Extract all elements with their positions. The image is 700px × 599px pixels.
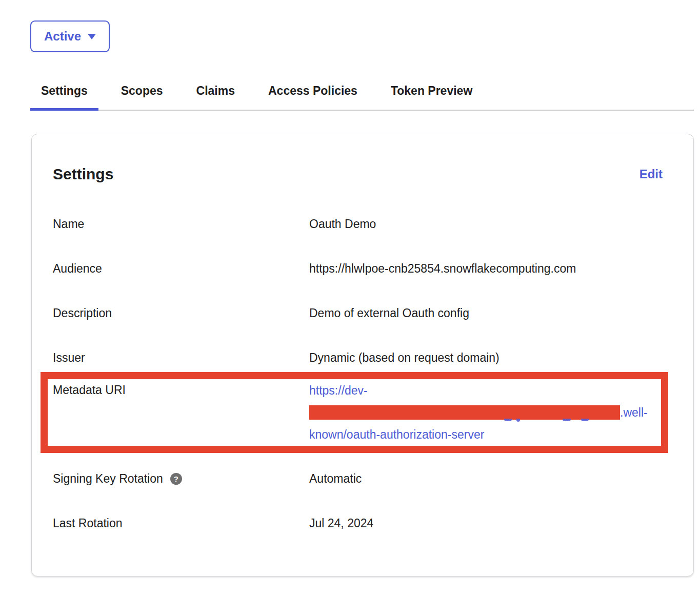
metadata-uri-link[interactable]: known/oauth-authorization-server: [309, 427, 484, 442]
tab-label: Settings: [41, 84, 88, 97]
redacted-text-descender: [581, 419, 589, 421]
row-label: Issuer: [53, 350, 309, 365]
settings-card: Settings Edit Name Oauth Demo Audience h…: [31, 134, 694, 576]
row-label: Signing Key Rotation ?: [53, 471, 309, 486]
redacted-text-descender: [516, 419, 520, 422]
row-audience: Audience https://hlwlpoe-cnb25854.snowfl…: [53, 261, 663, 276]
help-icon[interactable]: ?: [170, 473, 182, 485]
redacted-text-descender: [504, 419, 512, 421]
tab-label: Claims: [196, 84, 235, 97]
row-label: Description: [53, 305, 309, 321]
redaction-bar: [309, 405, 620, 420]
metadata-uri-link[interactable]: .well-: [620, 405, 648, 420]
row-value: Jul 24, 2024: [309, 515, 663, 531]
redacted-text-descender: [563, 419, 571, 421]
row-metadata-uri: Metadata URI https://dev- .well- known/o…: [53, 379, 663, 445]
row-last-rotation: Last Rotation Jul 24, 2024: [53, 515, 663, 531]
metadata-uri-value: https://dev- .well- known/oauth-authoriz…: [309, 379, 663, 445]
row-value: Dynamic (based on request domain): [309, 350, 663, 365]
metadata-uri-link[interactable]: https://dev-: [309, 383, 368, 398]
card-header: Settings Edit: [53, 165, 663, 183]
row-label: Last Rotation: [53, 515, 309, 531]
row-value: Automatic: [309, 471, 663, 486]
row-label: Name: [53, 216, 309, 232]
edit-button[interactable]: Edit: [639, 165, 663, 182]
tab-label: Token Preview: [391, 84, 472, 97]
tab-settings[interactable]: Settings: [30, 83, 98, 110]
tab-bar: Settings Scopes Claims Access Policies T…: [30, 83, 694, 111]
tab-scopes[interactable]: Scopes: [110, 83, 174, 110]
tab-claims[interactable]: Claims: [186, 83, 246, 110]
caret-down-icon: [88, 34, 96, 39]
tab-label: Scopes: [121, 84, 163, 97]
row-label: Audience: [53, 261, 309, 276]
tab-label: Access Policies: [268, 84, 357, 97]
oauth-server-settings-page: Active Settings Scopes Claims Access Pol…: [0, 0, 700, 599]
status-label: Active: [44, 29, 81, 44]
status-dropdown-button[interactable]: Active: [30, 20, 110, 52]
row-issuer: Issuer Dynamic (based on request domain): [53, 350, 663, 365]
row-name: Name Oauth Demo: [53, 216, 663, 232]
tab-token-preview[interactable]: Token Preview: [380, 83, 483, 110]
row-value: https://hlwlpoe-cnb25854.snowflakecomput…: [309, 261, 663, 276]
row-value: Demo of external Oauth config: [309, 305, 663, 321]
row-description: Description Demo of external Oauth confi…: [53, 305, 663, 321]
card-title: Settings: [53, 165, 113, 183]
row-signing-key-rotation: Signing Key Rotation ? Automatic: [53, 471, 663, 486]
settings-rows: Name Oauth Demo Audience https://hlwlpoe…: [53, 216, 663, 531]
row-label-text: Signing Key Rotation: [53, 471, 163, 486]
row-value: Oauth Demo: [309, 216, 663, 232]
row-label: Metadata URI: [53, 379, 309, 398]
tab-access-policies[interactable]: Access Policies: [257, 83, 368, 110]
